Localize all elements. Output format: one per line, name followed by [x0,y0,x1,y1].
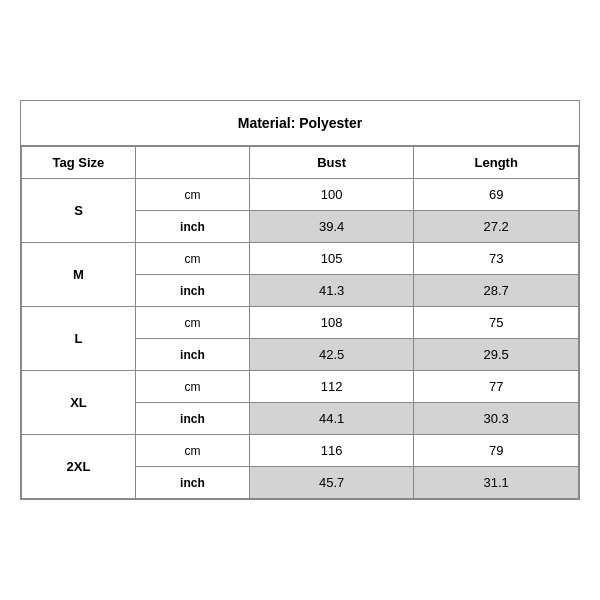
length-cm: 77 [414,371,579,403]
length-cm: 73 [414,243,579,275]
bust-inch: 39.4 [249,211,414,243]
unit-inch: inch [135,211,249,243]
bust-inch: 45.7 [249,467,414,499]
size-label: 2XL [22,435,136,499]
length-inch: 27.2 [414,211,579,243]
table-row: 2XLcm11679 [22,435,579,467]
table-header-row: Tag Size Bust Length [22,147,579,179]
unit-cm: cm [135,307,249,339]
bust-inch: 41.3 [249,275,414,307]
table-row: XLcm11277 [22,371,579,403]
size-label: M [22,243,136,307]
table-row: Lcm10875 [22,307,579,339]
table-row: Scm10069 [22,179,579,211]
col-header-length: Length [414,147,579,179]
size-chart-table: Tag Size Bust Length Scm10069inch39.427.… [21,146,579,499]
unit-inch: inch [135,339,249,371]
bust-cm: 105 [249,243,414,275]
table-title: Material: Polyester [21,101,579,146]
col-header-tag-size: Tag Size [22,147,136,179]
bust-inch: 44.1 [249,403,414,435]
bust-cm: 116 [249,435,414,467]
unit-inch: inch [135,403,249,435]
unit-inch: inch [135,275,249,307]
unit-inch: inch [135,467,249,499]
length-inch: 30.3 [414,403,579,435]
length-inch: 29.5 [414,339,579,371]
length-cm: 75 [414,307,579,339]
length-inch: 28.7 [414,275,579,307]
unit-cm: cm [135,435,249,467]
length-cm: 69 [414,179,579,211]
bust-cm: 112 [249,371,414,403]
length-cm: 79 [414,435,579,467]
size-label: S [22,179,136,243]
bust-cm: 108 [249,307,414,339]
unit-cm: cm [135,371,249,403]
size-label: L [22,307,136,371]
size-chart-wrapper: Material: Polyester Tag Size Bust Length… [20,100,580,500]
bust-cm: 100 [249,179,414,211]
col-header-bust: Bust [249,147,414,179]
size-label: XL [22,371,136,435]
bust-inch: 42.5 [249,339,414,371]
unit-cm: cm [135,179,249,211]
length-inch: 31.1 [414,467,579,499]
unit-cm: cm [135,243,249,275]
col-header-unit [135,147,249,179]
table-row: Mcm10573 [22,243,579,275]
